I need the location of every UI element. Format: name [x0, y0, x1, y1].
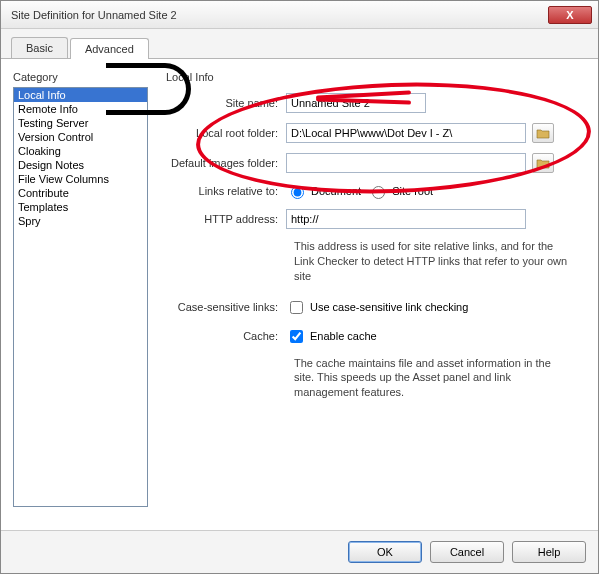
links-radio-site-root-input[interactable]	[372, 186, 385, 199]
content-area: Category Local Info Remote Info Testing …	[1, 59, 598, 519]
close-icon: X	[566, 9, 573, 21]
panel-title: Local Info	[166, 71, 586, 83]
links-relative-label: Links relative to:	[166, 185, 286, 197]
close-button[interactable]: X	[548, 6, 592, 24]
links-radio-document-label: Document	[311, 185, 361, 197]
http-address-hint: This address is used for site relative l…	[294, 239, 574, 284]
default-images-input[interactable]	[286, 153, 526, 173]
category-item-spry[interactable]: Spry	[14, 214, 147, 228]
links-radio-document[interactable]: Document	[286, 183, 361, 199]
case-sensitive-label: Case-sensitive links:	[166, 301, 286, 313]
cache-checkbox-input[interactable]	[290, 330, 303, 343]
category-item-design-notes[interactable]: Design Notes	[14, 158, 147, 172]
titlebar: Site Definition for Unnamed Site 2 X	[1, 1, 598, 29]
case-sensitive-checkbox-label: Use case-sensitive link checking	[310, 301, 468, 313]
category-header: Category	[13, 71, 148, 83]
form-panel: Local Info Site name: Local root folder:…	[166, 71, 586, 507]
category-list[interactable]: Local Info Remote Info Testing Server Ve…	[13, 87, 148, 507]
folder-icon	[536, 158, 550, 169]
cache-checkbox-label: Enable cache	[310, 330, 377, 342]
http-address-label: HTTP address:	[166, 213, 286, 225]
folder-icon	[536, 128, 550, 139]
links-radio-document-input[interactable]	[291, 186, 304, 199]
site-name-label: Site name:	[166, 97, 286, 109]
row-local-root: Local root folder:	[166, 123, 586, 143]
category-item-cloaking[interactable]: Cloaking	[14, 144, 147, 158]
local-root-input[interactable]	[286, 123, 526, 143]
case-sensitive-checkbox-input[interactable]	[290, 301, 303, 314]
default-images-label: Default images folder:	[166, 157, 286, 169]
button-bar: OK Cancel Help	[1, 530, 598, 573]
cancel-button[interactable]: Cancel	[430, 541, 504, 563]
row-http-address: HTTP address:	[166, 209, 586, 229]
tab-bar: Basic Advanced	[1, 29, 598, 59]
row-links-relative: Links relative to: Document Site root	[166, 183, 586, 199]
cache-hint: The cache maintains file and asset infor…	[294, 356, 574, 401]
links-radio-site-root-label: Site root	[392, 185, 433, 197]
local-root-label: Local root folder:	[166, 127, 286, 139]
links-radio-site-root[interactable]: Site root	[367, 183, 433, 199]
help-button[interactable]: Help	[512, 541, 586, 563]
ok-button[interactable]: OK	[348, 541, 422, 563]
row-case-sensitive: Case-sensitive links: Use case-sensitive…	[166, 298, 586, 317]
window-title: Site Definition for Unnamed Site 2	[11, 9, 548, 21]
default-images-browse-button[interactable]	[532, 153, 554, 173]
case-sensitive-checkbox[interactable]: Use case-sensitive link checking	[286, 298, 468, 317]
category-item-testing-server[interactable]: Testing Server	[14, 116, 147, 130]
category-item-version-control[interactable]: Version Control	[14, 130, 147, 144]
cache-checkbox[interactable]: Enable cache	[286, 327, 377, 346]
tab-basic[interactable]: Basic	[11, 37, 68, 58]
category-item-local-info[interactable]: Local Info	[14, 88, 147, 102]
row-site-name: Site name:	[166, 93, 586, 113]
category-item-file-view-columns[interactable]: File View Columns	[14, 172, 147, 186]
local-root-browse-button[interactable]	[532, 123, 554, 143]
category-item-remote-info[interactable]: Remote Info	[14, 102, 147, 116]
category-item-contribute[interactable]: Contribute	[14, 186, 147, 200]
site-name-input[interactable]	[286, 93, 426, 113]
category-column: Category Local Info Remote Info Testing …	[13, 71, 148, 507]
cache-label: Cache:	[166, 330, 286, 342]
category-item-templates[interactable]: Templates	[14, 200, 147, 214]
row-cache: Cache: Enable cache	[166, 327, 586, 346]
dialog-window: Site Definition for Unnamed Site 2 X Bas…	[0, 0, 599, 574]
http-address-input[interactable]	[286, 209, 526, 229]
tab-advanced[interactable]: Advanced	[70, 38, 149, 59]
row-default-images: Default images folder:	[166, 153, 586, 173]
